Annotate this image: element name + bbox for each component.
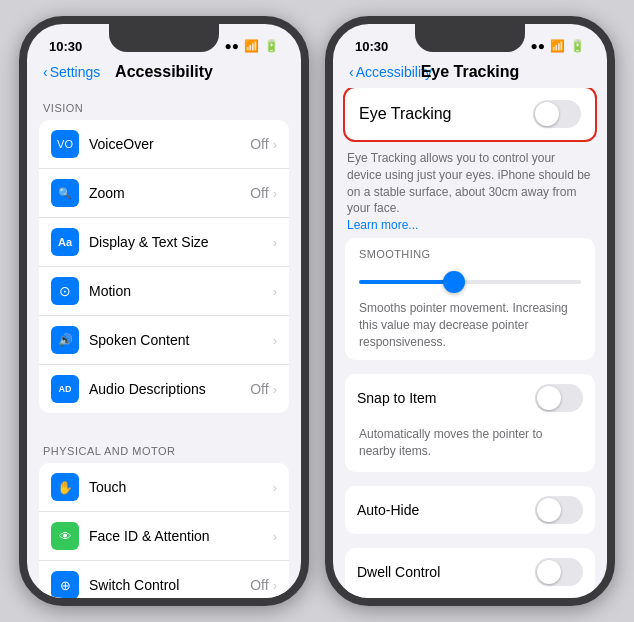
section-vision-header: VISION xyxy=(27,88,301,120)
left-time: 10:30 xyxy=(49,39,82,54)
right-scroll-area[interactable]: Eye Tracking Eye Tracking allows you to … xyxy=(333,88,607,598)
dwell-control-description: With Dwell Control, maintaining your gaz… xyxy=(345,596,595,598)
smoothing-description: Smooths pointer movement. Increasing thi… xyxy=(345,296,595,360)
display-text-icon: Aa xyxy=(51,228,79,256)
switch-control-icon: ⊕ xyxy=(51,571,79,598)
right-status-icons: ●● 📶 🔋 xyxy=(531,39,586,53)
zoom-icon: 🔍 xyxy=(51,179,79,207)
switch-control-row[interactable]: ⊕ Switch Control Off › xyxy=(39,561,289,598)
learn-more-link[interactable]: Learn more... xyxy=(347,218,418,232)
dwell-control-toggle[interactable] xyxy=(535,558,583,586)
zoom-row[interactable]: 🔍 Zoom Off › xyxy=(39,169,289,218)
snap-to-item-row[interactable]: Snap to Item xyxy=(345,374,595,422)
display-text-label: Display & Text Size xyxy=(89,234,273,250)
faceid-chevron: › xyxy=(273,529,277,544)
display-text-row[interactable]: Aa Display & Text Size › xyxy=(39,218,289,267)
eye-tracking-toggle[interactable] xyxy=(533,100,581,128)
snap-to-item-description: Automatically moves the pointer to nearb… xyxy=(345,422,595,472)
switch-control-value: Off xyxy=(250,577,268,593)
zoom-label: Zoom xyxy=(89,185,250,201)
voiceover-row[interactable]: VO VoiceOver Off › xyxy=(39,120,289,169)
right-back-chevron-icon: ‹ xyxy=(349,64,354,80)
motion-chevron: › xyxy=(273,284,277,299)
smoothing-group: SMOOTHING Smooths pointer movement. Incr… xyxy=(345,238,595,360)
eye-tracking-toggle-group: Eye Tracking xyxy=(345,88,595,140)
audio-desc-chevron: › xyxy=(273,382,277,397)
section-physical-header: PHYSICAL AND MOTOR xyxy=(27,431,301,463)
left-status-icons: ●● 📶 🔋 xyxy=(225,39,280,53)
eye-tracking-description: Eye Tracking allows you to control your … xyxy=(347,151,591,215)
autohide-group: Auto-Hide xyxy=(345,486,595,534)
switch-control-chevron: › xyxy=(273,578,277,593)
spoken-content-icon: 🔊 xyxy=(51,326,79,354)
dwell-control-row[interactable]: Dwell Control xyxy=(345,548,595,596)
audio-desc-label: Audio Descriptions xyxy=(89,381,250,397)
touch-label: Touch xyxy=(89,479,273,495)
voiceover-icon: VO xyxy=(51,130,79,158)
right-status-bar: 10:30 ●● 📶 🔋 xyxy=(333,24,607,62)
touch-chevron: › xyxy=(273,480,277,495)
back-chevron-icon: ‹ xyxy=(43,64,48,80)
battery-icon: 🔋 xyxy=(264,39,279,53)
voiceover-label: VoiceOver xyxy=(89,136,250,152)
vision-group: VO VoiceOver Off › 🔍 Zoom Off › Aa Displ… xyxy=(39,120,289,413)
slider-container[interactable] xyxy=(345,264,595,296)
eye-tracking-toggle-row[interactable]: Eye Tracking xyxy=(345,88,595,140)
audio-desc-value: Off xyxy=(250,381,268,397)
left-scroll-area[interactable]: VISION VO VoiceOver Off › 🔍 Zoom Off › A… xyxy=(27,88,301,598)
eye-tracking-toggle-label: Eye Tracking xyxy=(359,105,451,123)
motion-icon: ⊙ xyxy=(51,277,79,305)
dwell-control-label: Dwell Control xyxy=(357,564,535,580)
auto-hide-toggle[interactable] xyxy=(535,496,583,524)
left-phone: 10:30 ●● 📶 🔋 ‹ Settings Accessibility VI… xyxy=(19,16,309,606)
physical-group: ✋ Touch › 👁 Face ID & Attention › ⊕ Swit… xyxy=(39,463,289,598)
voiceover-value: Off xyxy=(250,136,268,152)
right-phone: 10:30 ●● 📶 🔋 ‹ Accessibility Eye Trackin… xyxy=(325,16,615,606)
left-back-label: Settings xyxy=(50,64,101,80)
auto-hide-label: Auto-Hide xyxy=(357,502,535,518)
snap-to-item-toggle[interactable] xyxy=(535,384,583,412)
right-time: 10:30 xyxy=(355,39,388,54)
snap-group: Snap to Item Automatically moves the poi… xyxy=(345,374,595,472)
touch-row[interactable]: ✋ Touch › xyxy=(39,463,289,512)
audio-desc-row[interactable]: AD Audio Descriptions Off › xyxy=(39,365,289,413)
touch-icon: ✋ xyxy=(51,473,79,501)
slider-fill xyxy=(359,280,448,284)
voiceover-chevron: › xyxy=(273,137,277,152)
spoken-content-label: Spoken Content xyxy=(89,332,273,348)
display-text-chevron: › xyxy=(273,235,277,250)
motion-label: Motion xyxy=(89,283,273,299)
spoken-content-chevron: › xyxy=(273,333,277,348)
signal-icon: ●● xyxy=(225,39,240,53)
smoothing-label: SMOOTHING xyxy=(345,238,595,264)
wifi-icon: 📶 xyxy=(244,39,259,53)
slider-track xyxy=(359,280,581,284)
left-back-button[interactable]: ‹ Settings xyxy=(43,64,100,80)
switch-control-label: Switch Control xyxy=(89,577,250,593)
eye-tracking-description-block: Eye Tracking allows you to control your … xyxy=(333,142,607,238)
spoken-content-row[interactable]: 🔊 Spoken Content › xyxy=(39,316,289,365)
faceid-label: Face ID & Attention xyxy=(89,528,273,544)
faceid-icon: 👁 xyxy=(51,522,79,550)
zoom-chevron: › xyxy=(273,186,277,201)
right-back-button[interactable]: ‹ Accessibility xyxy=(349,64,432,80)
auto-hide-row[interactable]: Auto-Hide xyxy=(345,486,595,534)
motion-row[interactable]: ⊙ Motion › xyxy=(39,267,289,316)
right-signal-icon: ●● xyxy=(531,39,546,53)
snap-to-item-label: Snap to Item xyxy=(357,390,535,406)
faceid-row[interactable]: 👁 Face ID & Attention › xyxy=(39,512,289,561)
left-nav-bar: ‹ Settings Accessibility xyxy=(27,62,301,88)
left-status-bar: 10:30 ●● 📶 🔋 xyxy=(27,24,301,62)
audio-desc-icon: AD xyxy=(51,375,79,403)
right-battery-icon: 🔋 xyxy=(570,39,585,53)
right-nav-bar: ‹ Accessibility Eye Tracking xyxy=(333,62,607,88)
zoom-value: Off xyxy=(250,185,268,201)
slider-thumb[interactable] xyxy=(443,271,465,293)
left-nav-title: Accessibility xyxy=(115,63,213,81)
right-nav-title: Eye Tracking xyxy=(421,63,520,81)
dwell-group: Dwell Control With Dwell Control, mainta… xyxy=(345,548,595,598)
right-wifi-icon: 📶 xyxy=(550,39,565,53)
